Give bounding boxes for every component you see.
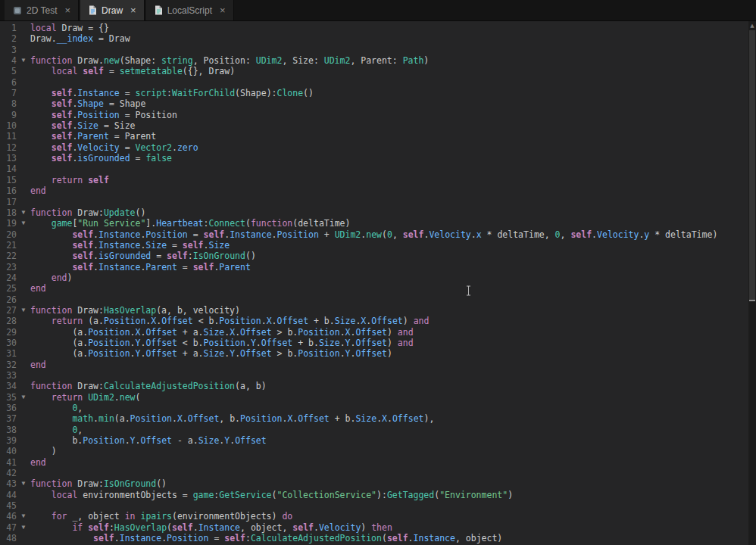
- code-line[interactable]: 32end: [0, 360, 756, 370]
- code-line[interactable]: 4▼function Draw.new(Shape: string, Posit…: [0, 55, 756, 66]
- code-line[interactable]: 19▼ game["Run Service"].Heartbeat:Connec…: [0, 218, 756, 229]
- code-line[interactable]: 16end: [0, 185, 756, 196]
- scroll-up-icon[interactable]: ▲: [748, 21, 756, 30]
- line-number: 41: [0, 457, 17, 468]
- code-text: [30, 77, 756, 88]
- code-line[interactable]: 11 self.Parent = Parent: [0, 131, 756, 142]
- line-number: 33: [0, 370, 17, 381]
- line-number: 37: [0, 413, 17, 424]
- code-text: [30, 468, 756, 478]
- fold-arrow-icon[interactable]: ▼: [17, 218, 30, 229]
- fold-arrow-icon[interactable]: ▼: [17, 55, 30, 66]
- code-line[interactable]: 13 self.isGrounded = false: [0, 153, 756, 164]
- code-line[interactable]: 39 b.Position.Y.Offset - a.Size.Y.Offset: [0, 435, 756, 446]
- code-text: end: [30, 360, 756, 370]
- code-text: self.isGrounded = false: [30, 153, 756, 164]
- code-text: local environmentObjects = game:GetServi…: [30, 490, 756, 500]
- code-line[interactable]: 34function Draw:CalculateAdjustedPositio…: [0, 381, 756, 391]
- code-line[interactable]: 41end: [0, 457, 756, 468]
- code-line[interactable]: 36 0,: [0, 403, 756, 413]
- code-line[interactable]: 5 local self = setmetatable({}, Draw): [0, 66, 756, 76]
- fold-arrow-icon[interactable]: ▼: [17, 207, 30, 218]
- code-text: function Draw:IsOnGround(): [30, 478, 756, 489]
- code-text: end: [30, 457, 756, 468]
- code-line[interactable]: 17: [0, 197, 756, 207]
- code-editor[interactable]: 1local Draw = {}2Draw.__index = Draw34▼f…: [0, 21, 756, 545]
- line-number: 34: [0, 381, 17, 391]
- line-number: 3: [0, 45, 17, 55]
- code-text: 0,: [30, 403, 756, 413]
- code-line[interactable]: 9 self.Position = Position: [0, 110, 756, 120]
- code-line[interactable]: 6: [0, 77, 756, 88]
- code-line[interactable]: 22 self.isGrounded = self:IsOnGround(): [0, 251, 756, 261]
- line-number: 16: [0, 185, 17, 196]
- code-line[interactable]: 33: [0, 370, 756, 381]
- fold-arrow-icon[interactable]: ▼: [17, 511, 30, 522]
- code-line[interactable]: 20 self.Instance.Position = self.Instanc…: [0, 229, 756, 240]
- line-number: 15: [0, 175, 17, 185]
- code-line[interactable]: 14: [0, 164, 756, 174]
- fold-spacer: [17, 381, 30, 391]
- code-text: (a.Position.Y.Offset < b.Position.Y.Offs…: [30, 338, 756, 348]
- code-line[interactable]: 45: [0, 500, 756, 511]
- code-line[interactable]: 26: [0, 294, 756, 305]
- fold-arrow-icon[interactable]: ▼: [17, 392, 30, 403]
- fold-spacer: [17, 490, 30, 500]
- code-line[interactable]: 21 self.Instance.Size = self.Size: [0, 240, 756, 251]
- fold-spacer: [17, 413, 30, 424]
- tab-close-icon[interactable]: ×: [130, 5, 136, 15]
- fold-spacer: [17, 425, 30, 435]
- code-line[interactable]: 24 end): [0, 272, 756, 283]
- code-line[interactable]: 10 self.Size = Size: [0, 120, 756, 131]
- code-line[interactable]: 38 0,: [0, 425, 756, 435]
- fold-arrow-icon[interactable]: ▼: [17, 522, 30, 533]
- code-text: self.Instance.Position = self:CalculateA…: [30, 533, 756, 543]
- code-line[interactable]: 23 self.Instance.Parent = self.Parent: [0, 262, 756, 272]
- vertical-scrollbar[interactable]: ▲: [748, 21, 756, 545]
- fold-spacer: [17, 283, 30, 294]
- code-line[interactable]: 29 (a.Position.X.Offset + a.Size.X.Offse…: [0, 327, 756, 338]
- code-line[interactable]: 43▼function Draw:IsOnGround(): [0, 478, 756, 489]
- line-number: 28: [0, 316, 17, 326]
- tab-close-icon[interactable]: ×: [220, 5, 226, 15]
- fold-spacer: [17, 327, 30, 338]
- fold-spacer: [17, 316, 30, 326]
- tab-2d-test[interactable]: 2D Test×: [5, 0, 79, 20]
- code-line[interactable]: 47▼ if self:HasOverlap(self.Instance, ob…: [0, 522, 756, 533]
- code-text: [30, 370, 756, 381]
- code-line[interactable]: 35▼ return UDim2.new(: [0, 392, 756, 403]
- tab-draw[interactable]: Draw×: [80, 0, 145, 20]
- fold-arrow-icon[interactable]: ▼: [17, 305, 30, 316]
- code-line[interactable]: 27▼function Draw:HasOverlap(a, b, veloci…: [0, 305, 756, 316]
- code-line[interactable]: 8 self.Shape = Shape: [0, 98, 756, 109]
- code-line[interactable]: 28 return (a.Position.X.Offset < b.Posit…: [0, 316, 756, 326]
- code-line[interactable]: 46▼ for _, object in ipairs(environmentO…: [0, 511, 756, 522]
- code-line[interactable]: 30 (a.Position.Y.Offset < b.Position.Y.O…: [0, 338, 756, 348]
- line-number: 14: [0, 164, 17, 174]
- code-line[interactable]: 44 local environmentObjects = game:GetSe…: [0, 490, 756, 500]
- code-text: return UDim2.new(: [30, 392, 756, 403]
- code-line[interactable]: 25end: [0, 283, 756, 294]
- tab-localscript[interactable]: LocalScript×: [146, 0, 234, 20]
- tab-close-icon[interactable]: ×: [64, 5, 70, 15]
- code-line[interactable]: 37 math.min(a.Position.X.Offset, b.Posit…: [0, 413, 756, 424]
- fold-arrow-icon[interactable]: ▼: [17, 478, 30, 489]
- code-line[interactable]: 1local Draw = {}: [0, 23, 756, 33]
- code-line[interactable]: 7 self.Instance = script:WaitForChild(Sh…: [0, 88, 756, 98]
- code-line[interactable]: 31 (a.Position.Y.Offset + a.Size.Y.Offse…: [0, 348, 756, 359]
- code-line[interactable]: 18▼function Draw:Update(): [0, 207, 756, 218]
- scrollbar-thumb[interactable]: [749, 30, 755, 301]
- code-line[interactable]: 42: [0, 468, 756, 478]
- code-line[interactable]: 2Draw.__index = Draw: [0, 33, 756, 44]
- script-icon: [89, 5, 97, 15]
- code-line[interactable]: 3: [0, 45, 756, 55]
- code-line[interactable]: 48 self.Instance.Position = self:Calcula…: [0, 533, 756, 543]
- code-line[interactable]: 15 return self: [0, 175, 756, 185]
- tab-label: LocalScript: [167, 5, 212, 16]
- code-line[interactable]: 40 ): [0, 446, 756, 456]
- line-number: 4: [0, 55, 17, 66]
- line-number: 32: [0, 360, 17, 370]
- fold-spacer: [17, 262, 30, 272]
- code-line[interactable]: 12 self.Velocity = Vector2.zero: [0, 142, 756, 153]
- fold-spacer: [17, 23, 30, 33]
